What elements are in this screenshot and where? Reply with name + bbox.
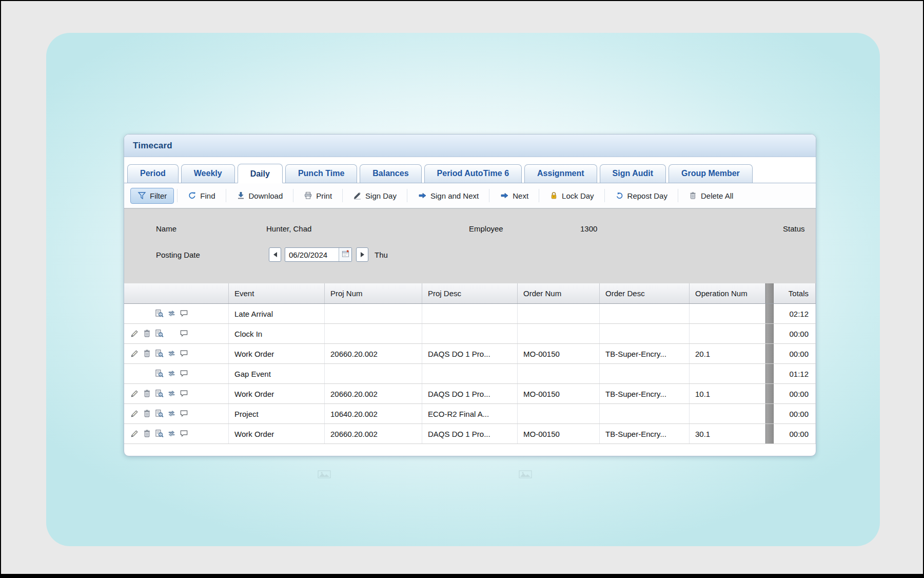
- empty-icon-slot: [130, 309, 142, 318]
- cell-event: Work Order: [229, 384, 325, 403]
- next-day-button[interactable]: [356, 247, 368, 262]
- delete-all-button[interactable]: Delete All: [681, 188, 740, 204]
- edit-icon[interactable]: [130, 329, 142, 338]
- transfer-icon[interactable]: [167, 349, 179, 358]
- table-row[interactable]: Gap Event 01:12: [124, 364, 816, 384]
- comment-icon[interactable]: [180, 429, 191, 438]
- column-header-order-num[interactable]: Order Num: [518, 283, 600, 303]
- column-header-totals[interactable]: Totals: [774, 283, 816, 303]
- table-row[interactable]: Project 10640.20.002 ECO-R2 Final A... 0…: [124, 404, 816, 424]
- zoom-icon[interactable]: [155, 309, 166, 318]
- cell-operation-num: 10.1: [690, 384, 765, 403]
- empty-icon-slot: [143, 369, 154, 378]
- lock-day-label: Lock Day: [562, 191, 594, 200]
- screen-background: Timecard Period Weekly Daily Punch Time …: [0, 0, 924, 578]
- edit-icon[interactable]: [130, 409, 142, 418]
- repost-day-button[interactable]: Repost Day: [608, 188, 675, 204]
- zoom-icon[interactable]: [155, 349, 166, 358]
- cell-proj-num: 20660.20.002: [325, 424, 422, 444]
- cell-totals: 00:00: [774, 404, 816, 423]
- tab-balances[interactable]: Balances: [360, 164, 421, 183]
- comment-icon[interactable]: [180, 369, 191, 378]
- cell-operation-num: [690, 304, 765, 323]
- empty-icon-slot: [167, 329, 179, 338]
- table-row[interactable]: Work Order 20660.20.002 DAQS DO 1 Pro...…: [124, 384, 816, 404]
- table-row[interactable]: Work Order 20660.20.002 DAQS DO 1 Pro...…: [124, 424, 816, 444]
- cell-proj-num: [325, 324, 422, 343]
- column-header-proj-num[interactable]: Proj Num: [325, 283, 422, 303]
- sign-and-next-button[interactable]: Sign and Next: [410, 188, 486, 204]
- zoom-icon[interactable]: [155, 429, 166, 438]
- edit-icon[interactable]: [130, 389, 142, 398]
- watermark-icon: [519, 470, 532, 480]
- column-header-order-desc[interactable]: Order Desc: [600, 283, 690, 303]
- edit-icon[interactable]: [130, 349, 142, 358]
- cell-order-desc: TB-Super-Encry...: [600, 384, 690, 403]
- cell-proj-desc: DAQS DO 1 Pro...: [422, 384, 518, 403]
- zoom-icon[interactable]: [155, 389, 166, 398]
- tab-sign-audit[interactable]: Sign Audit: [600, 164, 666, 183]
- tab-assignment[interactable]: Assignment: [524, 164, 597, 183]
- cell-order-desc: [600, 304, 690, 323]
- repost-day-label: Repost Day: [627, 191, 667, 200]
- cell-order-desc: TB-Super-Encry...: [600, 344, 690, 363]
- table-row[interactable]: Late Arrival 02:12: [124, 304, 816, 324]
- delete-icon[interactable]: [143, 409, 154, 418]
- tab-daily[interactable]: Daily: [238, 164, 283, 183]
- find-button[interactable]: Find: [181, 188, 222, 204]
- tab-group-member[interactable]: Group Member: [669, 164, 753, 183]
- transfer-icon[interactable]: [167, 369, 179, 378]
- cell-event: Work Order: [229, 344, 325, 363]
- calendar-button[interactable]: [339, 248, 351, 261]
- zoom-icon[interactable]: [155, 409, 166, 418]
- next-button[interactable]: Next: [493, 188, 536, 204]
- delete-icon[interactable]: [143, 429, 154, 438]
- transfer-icon[interactable]: [167, 409, 179, 418]
- sign-day-button[interactable]: Sign Day: [346, 188, 404, 204]
- filter-button[interactable]: Filter: [130, 188, 174, 204]
- previous-day-button[interactable]: [269, 247, 281, 262]
- transfer-icon[interactable]: [167, 309, 179, 318]
- background-panel: Timecard Period Weekly Daily Punch Time …: [46, 33, 880, 546]
- transfer-icon[interactable]: [167, 429, 179, 438]
- cell-totals: 00:00: [774, 324, 816, 343]
- table-row[interactable]: Work Order 20660.20.002 DAQS DO 1 Pro...…: [124, 344, 816, 364]
- zoom-icon[interactable]: [155, 369, 166, 378]
- delete-icon[interactable]: [143, 329, 154, 338]
- posting-date-inputwrap: [285, 247, 352, 262]
- comment-icon[interactable]: [180, 329, 191, 338]
- toolbar-divider: [604, 189, 605, 202]
- cell-totals: 01:12: [774, 364, 816, 383]
- column-header-operation-num[interactable]: Operation Num: [690, 283, 765, 303]
- delete-icon[interactable]: [143, 389, 154, 398]
- delete-icon[interactable]: [143, 349, 154, 358]
- column-header-proj-desc[interactable]: Proj Desc: [422, 283, 518, 303]
- transfer-icon[interactable]: [167, 389, 179, 398]
- cell-proj-desc: ECO-R2 Final A...: [422, 404, 518, 423]
- comment-icon[interactable]: [180, 389, 191, 398]
- comment-icon[interactable]: [180, 409, 191, 418]
- frozen-column-splitter: [765, 324, 774, 343]
- column-header-event[interactable]: Event: [229, 283, 325, 303]
- print-button[interactable]: Print: [297, 188, 339, 204]
- row-actions: [124, 344, 229, 363]
- cell-event: Gap Event: [229, 364, 325, 383]
- lock-day-button[interactable]: Lock Day: [542, 188, 601, 204]
- download-label: Download: [249, 191, 283, 200]
- edit-icon[interactable]: [130, 429, 142, 438]
- tab-punch-time[interactable]: Punch Time: [285, 164, 357, 183]
- posting-date-input[interactable]: [285, 248, 339, 261]
- tab-period-autotime-6[interactable]: Period AutoTime 6: [424, 164, 522, 183]
- timecard-grid: Event Proj Num Proj Desc Order Num Order…: [124, 283, 816, 444]
- filter-icon: [137, 191, 146, 200]
- download-button[interactable]: Download: [229, 188, 290, 204]
- toolbar-divider: [226, 189, 226, 202]
- comment-icon[interactable]: [180, 309, 191, 318]
- toolbar-divider: [678, 189, 678, 202]
- tab-period[interactable]: Period: [127, 164, 179, 183]
- left-arrow-icon: [273, 252, 277, 257]
- tab-weekly[interactable]: Weekly: [181, 164, 235, 183]
- zoom-icon[interactable]: [155, 329, 166, 338]
- comment-icon[interactable]: [180, 349, 191, 358]
- table-row[interactable]: Clock In 00:00: [124, 324, 816, 344]
